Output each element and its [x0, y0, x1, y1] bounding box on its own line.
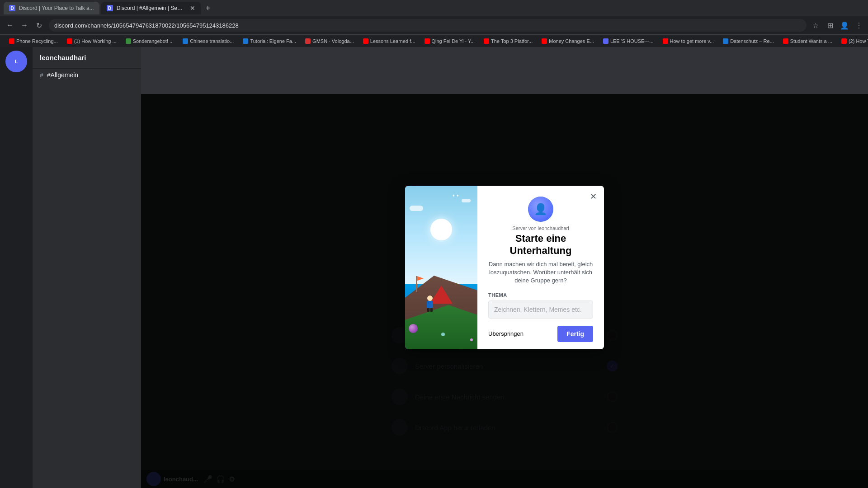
tab-close-button[interactable]: ✕ [190, 5, 195, 12]
modal-close-button[interactable]: ✕ [588, 191, 599, 202]
bookmark-label: Money Changes E... [549, 38, 594, 44]
bookmark-datenschutz[interactable]: Datenschutz – Re... [719, 36, 778, 46]
bookmark-icon [484, 38, 489, 44]
browser-actions: ☆ ⊞ 👤 ⋮ [810, 20, 864, 31]
bookmark-label: How to get more v... [670, 38, 714, 44]
server-avatar-image: 👤 [528, 197, 553, 222]
bookmark-phone-recycling[interactable]: Phone Recycling... [5, 36, 61, 46]
modal-footer: Überspringen Fertig [488, 319, 593, 349]
profile-icon[interactable]: 👤 [839, 20, 850, 31]
bookmark-label: Chinese translatio... [190, 38, 234, 44]
illustration-cloud-2 [462, 199, 471, 202]
bookmark-icon [542, 38, 547, 44]
modal-content: ✕ 👤 Server von leonchaudhari Starte eine… [477, 186, 604, 349]
bookmark-label: LEE 'S HOUSE—... [610, 38, 654, 44]
illustration-stars: ✦ ✦ [452, 194, 459, 198]
bookmark-icon [126, 38, 131, 44]
main-content: Freunde einladen Server personalisieren … [141, 47, 868, 488]
bookmark-icon [723, 38, 728, 44]
illustration-flag-pole [416, 276, 417, 292]
bookmark-icon [183, 38, 188, 44]
skip-button[interactable]: Überspringen [488, 330, 524, 337]
hash-icon: # [40, 71, 43, 79]
bookmark-icon [663, 38, 668, 44]
tab-favicon-allgemein: D [107, 5, 113, 11]
bookmark-label: The Top 3 Platfor... [491, 38, 533, 44]
bookmark-lessons[interactable]: Lessons Learned f... [359, 36, 419, 46]
tab-bar: D Discord | Your Place to Talk a... D Di… [0, 0, 868, 16]
illustration-dot-1 [441, 333, 445, 336]
bookmark-icon [243, 38, 248, 44]
illustration-moon [430, 219, 452, 240]
modal-overlay: ✦ ✦ [141, 47, 868, 488]
bookmark-icon [841, 38, 847, 44]
back-button[interactable]: ← [4, 19, 16, 32]
bookmark-label: Tutorial: Eigene Fa... [250, 38, 296, 44]
browser-chrome: D Discord | Your Place to Talk a... D Di… [0, 0, 868, 47]
server-icon-main[interactable]: L [5, 51, 27, 72]
server-name: leonchaudhari [40, 54, 86, 61]
bookmark-student[interactable]: Student Wants a ... [779, 36, 836, 46]
bookmark-how-working[interactable]: (1) How Working ... [63, 36, 120, 46]
channels-sidebar: leonchaudhari # #Allgemein [33, 47, 141, 488]
bookmark-icon [425, 38, 430, 44]
thema-input[interactable] [488, 300, 593, 319]
modal-illustration: ✦ ✦ [405, 186, 477, 349]
bookmark-label: Datenschutz – Re... [730, 38, 774, 44]
bookmark-label: Sonderangebot! ... [133, 38, 174, 44]
modal-dialog: ✦ ✦ [405, 186, 604, 349]
extensions-icon[interactable]: ⊞ [825, 20, 835, 31]
finish-button[interactable]: Fertig [557, 326, 593, 342]
illustration-dot-2 [470, 338, 473, 341]
bookmark-label: Student Wants a ... [790, 38, 832, 44]
modal-description: Dann machen wir dich mal bereit, gleich … [488, 260, 593, 285]
bookmark-label: (1) How Working ... [74, 38, 117, 44]
bookmark-icon [363, 38, 368, 44]
bookmark-label: Phone Recycling... [16, 38, 58, 44]
new-tab-button[interactable]: + [203, 3, 213, 14]
bookmark-icon [9, 38, 14, 44]
bookmark-icon [67, 38, 72, 44]
bookmark-label: GMSN - Vologda... [312, 38, 354, 44]
bookmark-icon [783, 38, 788, 44]
bookmark-star-icon[interactable]: ☆ [810, 20, 821, 31]
channel-name: #Allgemein [47, 71, 78, 79]
modal-server-name: Server von leonchaudhari [488, 225, 593, 231]
address-bar[interactable]: discord.com/channels/1056547947631870022… [49, 19, 807, 32]
bookmark-label: Lessons Learned f... [370, 38, 415, 44]
bookmark-icon [603, 38, 609, 44]
forward-button[interactable]: → [18, 19, 31, 32]
field-label-thema: THEMA [488, 292, 593, 298]
server-header: leonchaudhari [33, 47, 141, 69]
bookmark-tutorial[interactable]: Tutorial: Eigene Fa... [239, 36, 300, 46]
illustration-cloud-1 [410, 206, 423, 211]
bookmark-money[interactable]: Money Changes E... [538, 36, 598, 46]
tab-title-allgemein: Discord | #Allgemein | Server... [117, 5, 184, 11]
nav-buttons: ← → ↻ [4, 19, 45, 32]
channel-item-allgemein[interactable]: # #Allgemein [33, 69, 141, 81]
bookmark-add-a[interactable]: (2) How To Add A... [838, 36, 868, 46]
tab-discord-allgemein[interactable]: D Discord | #Allgemein | Server... ✕ [101, 2, 201, 14]
bookmark-gmsn[interactable]: GMSN - Vologda... [302, 36, 358, 46]
bookmark-icon [305, 38, 311, 44]
tab-title-home: Discord | Your Place to Talk a... [19, 5, 94, 11]
bookmark-sonderangebot[interactable]: Sonderangebot! ... [122, 36, 178, 46]
bookmark-chinese[interactable]: Chinese translatio... [179, 36, 237, 46]
server-sidebar: L [0, 47, 33, 488]
address-bar-row: ← → ↻ discord.com/channels/1056547947631… [0, 16, 868, 34]
bookmark-lee[interactable]: LEE 'S HOUSE—... [599, 36, 657, 46]
refresh-button[interactable]: ↻ [33, 19, 45, 32]
bookmark-top3[interactable]: The Top 3 Platfor... [480, 36, 536, 46]
bookmarks-bar: Phone Recycling... (1) How Working ... S… [0, 34, 868, 47]
bookmark-qing[interactable]: Qing Fei De Yi - Y... [421, 36, 479, 46]
address-text: discord.com/channels/1056547947631870022… [54, 22, 239, 29]
more-options-icon[interactable]: ⋮ [854, 20, 864, 31]
discord-app: L leonchaudhari # #Allgemein Freunde ein… [0, 47, 868, 488]
bookmark-more-views[interactable]: How to get more v... [659, 36, 718, 46]
bookmark-label: Qing Fei De Yi - Y... [432, 38, 475, 44]
server-avatar: 👤 [528, 197, 553, 222]
illustration-sphere [409, 324, 418, 333]
tab-favicon-home: D [9, 5, 15, 11]
illustration-character [425, 296, 434, 312]
tab-discord-home[interactable]: D Discord | Your Place to Talk a... [4, 2, 99, 14]
